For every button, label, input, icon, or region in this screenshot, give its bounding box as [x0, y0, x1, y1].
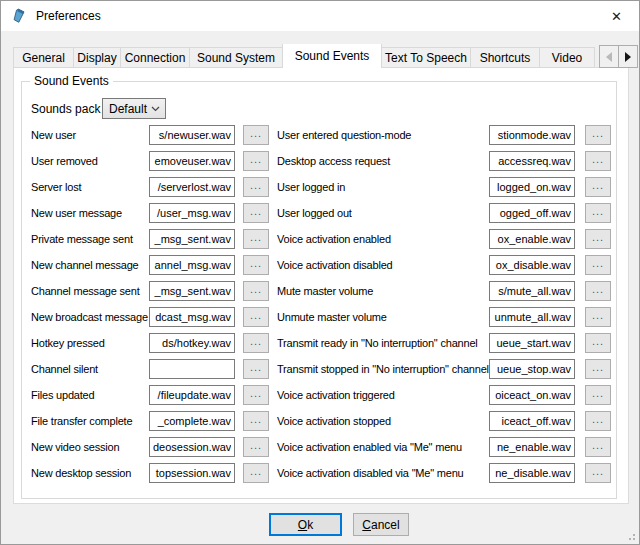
browse-button[interactable]: ...	[243, 411, 269, 431]
sound-file-input[interactable]	[149, 385, 235, 405]
tab-text-to-speech[interactable]: Text To Speech	[381, 47, 471, 68]
sound-event-label: New channel message	[31, 255, 138, 275]
sound-events-groupbox: Sound Events Sounds pack Default New use…	[21, 81, 617, 499]
chevron-down-icon	[151, 106, 160, 112]
sound-file-input[interactable]	[149, 151, 235, 171]
sound-file-input[interactable]	[489, 463, 575, 483]
sound-event-label: Mute master volume	[277, 281, 373, 301]
sound-file-input[interactable]	[489, 385, 575, 405]
sound-file-input[interactable]	[489, 281, 575, 301]
sound-file-input[interactable]	[149, 411, 235, 431]
tab-sound-events[interactable]: Sound Events	[282, 44, 382, 68]
browse-button[interactable]: ...	[585, 411, 611, 431]
sound-file-input[interactable]	[149, 177, 235, 197]
sound-file-input[interactable]	[149, 125, 235, 145]
sound-file-input[interactable]	[489, 359, 575, 379]
browse-button[interactable]: ...	[243, 281, 269, 301]
browse-button[interactable]: ...	[243, 229, 269, 249]
cancel-button[interactable]: Cancel	[353, 513, 409, 536]
browse-button[interactable]: ...	[585, 281, 611, 301]
browse-button[interactable]: ...	[243, 125, 269, 145]
title-bar: Preferences ✕	[1, 1, 639, 31]
sound-file-input[interactable]	[149, 281, 235, 301]
sounds-pack-label: Sounds pack	[31, 99, 100, 119]
browse-button[interactable]: ...	[243, 333, 269, 353]
tab-scroll-left-button[interactable]	[599, 45, 619, 68]
sound-file-input[interactable]	[149, 255, 235, 275]
sound-file-input[interactable]	[149, 229, 235, 249]
browse-button[interactable]: ...	[585, 385, 611, 405]
sound-event-label: New desktop session	[31, 463, 131, 483]
sound-file-input[interactable]	[149, 359, 235, 379]
close-icon: ✕	[611, 9, 622, 24]
groupbox-title: Sound Events	[30, 74, 113, 88]
app-icon	[11, 8, 27, 24]
sounds-pack-select[interactable]: Default	[102, 98, 166, 119]
tab-sound-system[interactable]: Sound System	[189, 47, 283, 68]
tab-general[interactable]: General	[13, 47, 74, 68]
browse-button[interactable]: ...	[585, 177, 611, 197]
browse-button[interactable]: ...	[585, 333, 611, 353]
browse-button[interactable]: ...	[585, 307, 611, 327]
browse-button[interactable]: ...	[585, 463, 611, 483]
sound-file-input[interactable]	[149, 307, 235, 327]
sound-event-label: User logged in	[277, 177, 345, 197]
tab-connection[interactable]: Connection	[120, 47, 190, 68]
tab-scroll-right-button[interactable]	[618, 45, 638, 68]
resize-grip[interactable]	[625, 530, 635, 540]
sound-file-input[interactable]	[489, 229, 575, 249]
close-button[interactable]: ✕	[594, 1, 639, 31]
sound-file-input[interactable]	[489, 437, 575, 457]
preferences-window: Preferences ✕ GeneralDisplayConnectionSo…	[0, 0, 640, 545]
sound-event-label: Voice activation disabled	[277, 255, 392, 275]
sound-event-label: New video session	[31, 437, 119, 457]
browse-button[interactable]: ...	[243, 255, 269, 275]
tab-video[interactable]: Video	[539, 47, 595, 68]
browse-button[interactable]: ...	[585, 255, 611, 275]
sound-file-input[interactable]	[489, 125, 575, 145]
sound-file-input[interactable]	[149, 437, 235, 457]
sound-file-input[interactable]	[489, 255, 575, 275]
sound-event-label: Voice activation enabled	[277, 229, 391, 249]
browse-button[interactable]: ...	[585, 437, 611, 457]
sound-file-input[interactable]	[489, 177, 575, 197]
sound-event-label: Voice activation stopped	[277, 411, 391, 431]
browse-button[interactable]: ...	[243, 177, 269, 197]
sound-file-input[interactable]	[149, 463, 235, 483]
tab-display[interactable]: Display	[73, 47, 121, 68]
tab-shortcuts[interactable]: Shortcuts	[470, 47, 540, 68]
browse-button[interactable]: ...	[585, 151, 611, 171]
sound-event-label: Channel silent	[31, 359, 98, 379]
sound-file-input[interactable]	[489, 151, 575, 171]
browse-button[interactable]: ...	[243, 437, 269, 457]
window-title: Preferences	[36, 9, 101, 23]
sound-file-input[interactable]	[489, 411, 575, 431]
sound-event-label: File transfer complete	[31, 411, 132, 431]
sound-event-label: User removed	[31, 151, 98, 171]
arrow-right-icon	[625, 52, 636, 62]
sound-event-label: Voice activation triggered	[277, 385, 395, 405]
ok-button[interactable]: Ok	[269, 513, 342, 536]
sound-file-input[interactable]	[149, 333, 235, 353]
sounds-pack-value: Default	[109, 102, 147, 116]
browse-button[interactable]: ...	[243, 307, 269, 327]
sound-file-input[interactable]	[489, 203, 575, 223]
sound-event-label: User logged out	[277, 203, 352, 223]
sound-file-input[interactable]	[149, 203, 235, 223]
sound-file-input[interactable]	[489, 307, 575, 327]
browse-button[interactable]: ...	[585, 125, 611, 145]
browse-button[interactable]: ...	[585, 359, 611, 379]
browse-button[interactable]: ...	[243, 203, 269, 223]
browse-button[interactable]: ...	[243, 385, 269, 405]
browse-button[interactable]: ...	[585, 229, 611, 249]
sound-event-label: Hotkey pressed	[31, 333, 105, 353]
browse-button[interactable]: ...	[243, 359, 269, 379]
sound-file-input[interactable]	[489, 333, 575, 353]
tab-bar: GeneralDisplayConnectionSound SystemSoun…	[13, 44, 599, 68]
browse-button[interactable]: ...	[243, 463, 269, 483]
browse-button[interactable]: ...	[243, 151, 269, 171]
sound-event-label: New broadcast message	[31, 307, 148, 327]
browse-button[interactable]: ...	[585, 203, 611, 223]
sound-event-label: New user	[31, 125, 76, 145]
sound-event-label: Channel message sent	[31, 281, 140, 301]
